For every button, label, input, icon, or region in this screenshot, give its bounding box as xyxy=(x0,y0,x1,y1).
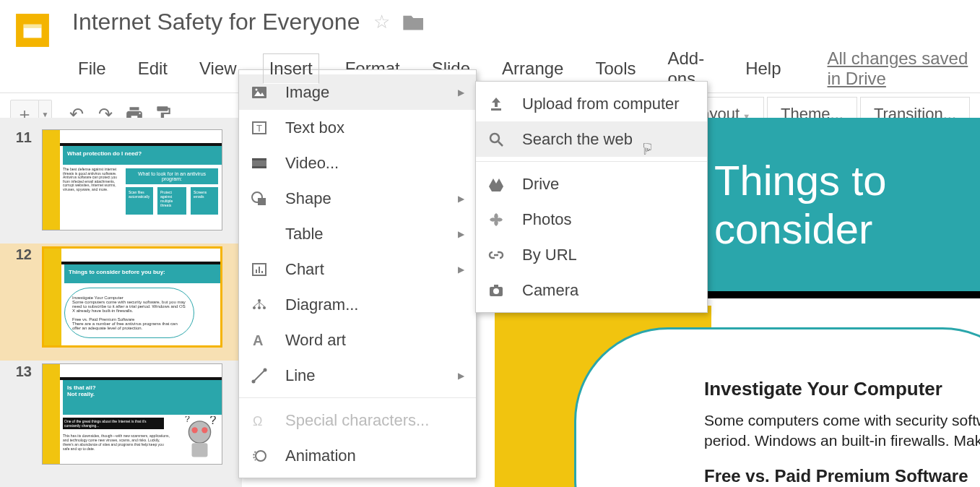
document-title[interactable]: Internet Safety for Everyone xyxy=(72,9,360,35)
svg-point-32 xyxy=(256,451,266,461)
slide-thumbnail-12[interactable]: 12 Things to consider before you buy: In… xyxy=(0,244,242,361)
special-chars-icon: Ω xyxy=(251,412,275,429)
insert-wordart-item[interactable]: A Word art xyxy=(239,322,476,358)
insert-animation-item[interactable]: Animation xyxy=(239,438,476,473)
svg-rect-16 xyxy=(252,166,266,168)
slide-number: 12 xyxy=(6,246,42,348)
chart-icon xyxy=(251,261,275,278)
menu-edit[interactable]: Edit xyxy=(132,54,173,83)
svg-point-30 xyxy=(264,368,267,371)
slide-thumbnail-13[interactable]: 13 Is that all?Not really. One of the gr… xyxy=(0,361,242,478)
link-icon xyxy=(487,246,512,264)
insert-chart-item[interactable]: Chart▶ xyxy=(239,251,476,287)
menu-file[interactable]: File xyxy=(72,54,112,83)
slide-number: 13 xyxy=(6,363,42,465)
photos-item[interactable]: Photos xyxy=(476,202,707,237)
menu-tools[interactable]: Tools xyxy=(589,54,641,83)
slide-heading: Things to consider xyxy=(704,118,980,291)
drive-icon xyxy=(487,176,512,193)
menu-help[interactable]: Help xyxy=(740,54,786,83)
svg-point-24 xyxy=(258,306,261,309)
filmstrip[interactable]: 11 What protection do I need? The best d… xyxy=(0,118,242,487)
diagram-icon xyxy=(251,298,275,312)
by-url-item[interactable]: By URL xyxy=(476,237,707,272)
menu-insert[interactable]: Insert xyxy=(263,53,319,84)
svg-rect-15 xyxy=(252,158,266,160)
insert-video-item[interactable]: Video... xyxy=(239,145,476,181)
video-icon xyxy=(251,155,275,172)
svg-point-26 xyxy=(258,299,261,302)
insert-shape-item[interactable]: Shape▶ xyxy=(239,181,476,216)
image-submenu: Upload from computer Search the web Driv… xyxy=(475,81,708,313)
app-logo-icon xyxy=(14,12,51,48)
svg-point-5 xyxy=(201,427,207,433)
textbox-icon: T xyxy=(251,119,275,137)
svg-rect-2 xyxy=(24,25,42,28)
svg-text:?: ? xyxy=(209,416,216,426)
svg-point-11 xyxy=(256,88,258,90)
svg-point-39 xyxy=(493,288,499,294)
upload-from-computer-item[interactable]: Upload from computer xyxy=(476,86,707,121)
svg-text:?: ? xyxy=(185,416,190,424)
svg-point-4 xyxy=(192,427,198,433)
folder-icon[interactable] xyxy=(403,14,423,30)
shape-icon xyxy=(251,190,275,207)
drive-item[interactable]: Drive xyxy=(476,166,707,202)
search-icon xyxy=(487,131,512,148)
svg-rect-9 xyxy=(252,87,266,98)
star-icon[interactable]: ☆ xyxy=(373,11,390,33)
svg-point-23 xyxy=(253,306,256,309)
insert-special-chars-item: Ω Special characters... xyxy=(239,402,476,438)
wordart-icon: A xyxy=(251,332,275,349)
upload-icon xyxy=(487,95,512,113)
slide-thumbnail-11[interactable]: 11 What protection do I need? The best d… xyxy=(0,126,242,244)
insert-textbox-item[interactable]: T Text box xyxy=(239,110,476,145)
svg-text:T: T xyxy=(256,123,262,134)
menu-arrange[interactable]: Arrange xyxy=(496,54,569,83)
svg-point-25 xyxy=(263,306,266,309)
svg-line-35 xyxy=(498,142,503,146)
svg-line-28 xyxy=(253,370,265,382)
camera-icon xyxy=(487,282,512,299)
line-icon xyxy=(251,367,275,384)
menu-view[interactable]: View xyxy=(194,54,243,83)
header: Internet Safety for Everyone ☆ File Edit… xyxy=(0,0,980,93)
insert-line-item[interactable]: Line▶ xyxy=(239,358,476,393)
svg-rect-18 xyxy=(258,198,266,205)
camera-item[interactable]: Camera xyxy=(476,272,707,308)
animation-icon xyxy=(251,447,275,465)
insert-menu-dropdown: Image▶ T Text box Video... Shape▶ Table▶… xyxy=(238,69,477,478)
svg-rect-40 xyxy=(494,285,498,288)
svg-rect-6 xyxy=(192,443,208,457)
slide-number: 11 xyxy=(6,129,42,230)
insert-table-item[interactable]: Table▶ xyxy=(239,216,476,251)
insert-diagram-item[interactable]: Diagram... xyxy=(239,287,476,322)
svg-point-34 xyxy=(490,134,499,142)
image-icon xyxy=(251,84,275,101)
svg-text:A: A xyxy=(253,332,263,348)
svg-rect-33 xyxy=(491,108,501,111)
photos-icon xyxy=(487,211,512,228)
mouse-cursor-icon: ☟ xyxy=(643,140,652,159)
svg-text:Ω: Ω xyxy=(253,414,262,428)
svg-point-3 xyxy=(188,421,210,443)
save-status[interactable]: All changes saved in Drive xyxy=(828,48,973,89)
svg-point-29 xyxy=(252,379,256,383)
search-the-web-item[interactable]: Search the web xyxy=(476,121,707,157)
slide-body: Investigate Your Computer Some computers… xyxy=(704,378,980,486)
